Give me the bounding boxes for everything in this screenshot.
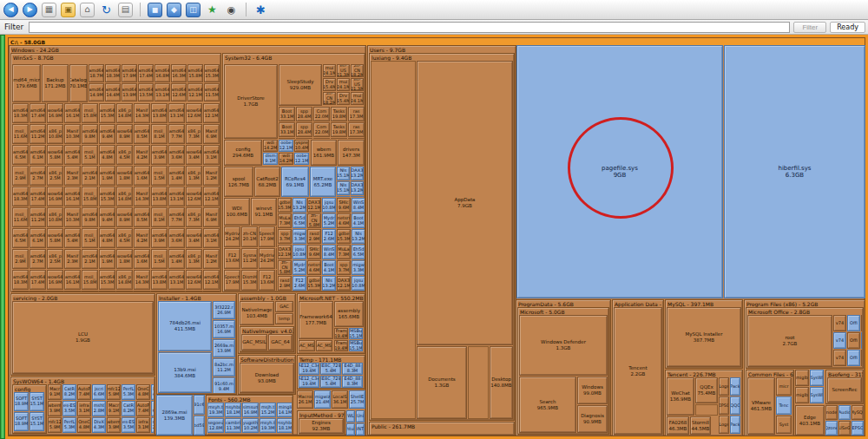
folder-cell[interactable]: amd643.6M (168, 228, 185, 248)
folder-cell[interactable]: spp3.7M (278, 229, 292, 244)
forward-icon[interactable]: ▶ (23, 3, 37, 17)
folder-cell[interactable]: msil_15.8M (82, 103, 98, 123)
folder-edge[interactable]: Edge403.1MB (795, 405, 825, 436)
file-cell[interactable]: mingli14.1M (277, 403, 292, 417)
file-cell[interactable]: jqsu10.8M (322, 198, 336, 213)
folder-cell[interactable]: amd647.7M (168, 291, 185, 292)
folder-cell[interactable]: amd6417.4M (30, 270, 46, 290)
folder-cell[interactable]: rasd2.9M (307, 229, 321, 244)
file-cell[interactable]: segoeu12.8M (207, 418, 224, 433)
folder-cell[interactable]: wow648.9M (116, 207, 133, 227)
folder-cell[interactable]: amd6415.3M (204, 64, 220, 82)
folder-cell[interactable]: Manif4.2M (134, 228, 150, 248)
folder-cell[interactable]: x86_p1.3M (186, 249, 202, 269)
folder-cell[interactable]: x86_p4.5M (116, 145, 133, 165)
folder-cell[interactable]: wdi14.2M (263, 140, 278, 152)
file-cell[interactable]: msht2.8M (151, 417, 154, 433)
folder-block[interactable]: Framework64177.7MB (299, 301, 333, 339)
folder-cell[interactable]: Logs (719, 416, 729, 434)
folder-cell[interactable]: wow6416.9M (47, 270, 63, 290)
folder-cell[interactable]: Com22.0M (313, 138, 330, 139)
folder-cell[interactable]: SHIc9.6M (307, 245, 321, 259)
file-cell[interactable]: Pack (730, 377, 740, 396)
folder-cell[interactable]: OneC4.8M (77, 417, 91, 433)
folder-cell[interactable]: amd641.4M (168, 249, 185, 269)
folder-cell[interactable]: amd646.5M (12, 145, 29, 165)
file-cell[interactable]: msht2.8M (92, 401, 106, 416)
file-cell[interactable]: CatR8.2M (122, 401, 135, 416)
folder-cell[interactable]: amd643.1M (203, 228, 220, 248)
folder-cell[interactable]: amd641.6M (134, 249, 150, 269)
file-cell[interactable]: Boot4.1M (352, 213, 365, 228)
folder-block[interactable]: Windows99.0MB (577, 377, 608, 404)
folder-cell[interactable]: Logs (719, 377, 729, 396)
file-grid[interactable]: WLUnihtuiINT (346, 410, 365, 436)
folder-cell[interactable]: amd647.7M (168, 207, 185, 227)
folder-cell[interactable]: amd649.8M (82, 207, 98, 227)
folder-cell[interactable]: amd645.4M (64, 228, 81, 248)
file-grid[interactable]: micrTencSyst (776, 377, 792, 435)
favorites-star-icon[interactable]: ★ (205, 3, 220, 17)
file-cell[interactable]: SOFT18.9M (14, 412, 29, 431)
folder-cell[interactable]: amd642.1M (82, 249, 98, 269)
folder-cell[interactable]: Speech17.9M (259, 226, 275, 247)
folder-cell[interactable]: GAC_MSIL (316, 340, 332, 351)
folder-block[interactable]: QQEx75.4MB (695, 377, 718, 403)
folder-cell[interactable]: amd643.1M (203, 145, 220, 165)
file-grid[interactable]: Macroi26.1Mmigwiz21.4MLocalS36.1MShellE2… (297, 390, 365, 410)
folder-cell[interactable]: amd6413.5M (138, 83, 154, 102)
folder-cell[interactable]: Sysna11.2M (241, 248, 258, 269)
folder-cell[interactable]: MuLa7.3M (278, 213, 292, 228)
folder-cell[interactable]: Manif6.9M (203, 207, 220, 227)
file-cell[interactable]: Nls13.2M (293, 198, 306, 213)
folder-cell[interactable]: LocalS36.1M (332, 390, 348, 409)
folder-cell[interactable]: msil_15.8M (82, 270, 98, 290)
file-cell[interactable]: F122.6M (322, 229, 336, 244)
file-cell[interactable]: DivX4.3M (151, 384, 154, 400)
folder-cell[interactable]: amd6417.4M (30, 187, 46, 206)
file-cell[interactable]: DAX313.2M (351, 196, 364, 197)
folder-cell[interactable]: amd641.9M (99, 249, 115, 269)
folder-cell[interactable]: DismH15.3M (276, 226, 277, 247)
folder-cell[interactable]: mui24.1M (351, 92, 364, 105)
folder-cell[interactable]: wow643.4M (186, 228, 202, 248)
folder-cell[interactable]: x86_p1.3M (186, 166, 202, 186)
folder-cell[interactable]: amd646.1M (30, 228, 46, 248)
folder-cell[interactable]: msil_1.5M (151, 249, 168, 269)
folder-cell[interactable]: wdi14.2M (279, 153, 293, 165)
folder-cell[interactable]: msil_1.5M (151, 166, 168, 186)
file-cell[interactable]: migw3.3M (293, 229, 306, 244)
folder-block[interactable]: amd64_micro179.6MB (12, 64, 41, 102)
folder-cell[interactable]: amd645.4M (64, 145, 81, 165)
file-grid[interactable]: SOFT18.9MSYST15.1MSOFT18.9MSYST15.1M (14, 392, 45, 432)
file-cell[interactable]: Pack (730, 416, 740, 434)
folder-cell[interactable]: amd6413.8M (151, 270, 168, 290)
folder-cell[interactable]: USeG (838, 421, 851, 436)
file-grid[interactable]: 91c6bd59 (194, 395, 206, 436)
folder-cell[interactable]: wow6412.6M (186, 270, 202, 290)
folder-cell[interactable]: wow6412.6M (186, 187, 202, 206)
folder-cell[interactable]: amd6414.9M (89, 83, 104, 102)
file-cell[interactable]: E4D_888.3M (342, 376, 363, 388)
folder-block[interactable]: drivers147.3M (338, 140, 365, 166)
file-cell[interactable]: 10357.m16.9M (213, 320, 235, 338)
folder-block[interactable]: winevt91.1MB (251, 198, 277, 226)
file-cell[interactable]: MSBu15.1M (349, 340, 363, 351)
folder-block[interactable]: Engines92.3MB (299, 418, 344, 434)
file-grid[interactable]: nodeAudioMySQLQzoneUSeGEPSC (825, 405, 864, 436)
folder-cell[interactable]: amd649.8M (82, 124, 98, 144)
file-cell[interactable]: E4D_888.3M (342, 363, 363, 375)
folder-appdata[interactable]: AppData7.9GB (417, 61, 513, 345)
folder-block[interactable]: SleepStudy929.0MB (279, 64, 322, 106)
folder-cell[interactable]: amd6413.1M (155, 83, 170, 102)
file-cell[interactable]: Tenc (776, 396, 792, 415)
file-grid[interactable]: wdi14.2Moobe12.1MSysprep10.4Mdism9.1Mwdi… (263, 140, 310, 166)
folder-cell[interactable]: Mydriv24.2M (259, 248, 275, 269)
folder-cell[interactable]: SHIc9.6M (337, 198, 351, 213)
folder-cell[interactable]: Drv15.4M (323, 78, 336, 91)
folder-cell[interactable]: msil_8.1M (151, 124, 168, 144)
folder-block[interactable]: config294.6MB (224, 140, 262, 166)
file-cell[interactable]: Offi (847, 315, 860, 331)
file-grid[interactable]: Boot33.1Mspp28.4MCom22.0MTasks19.8Mras17… (279, 107, 365, 139)
folder-block[interactable]: GAC_MSIL (241, 334, 267, 351)
